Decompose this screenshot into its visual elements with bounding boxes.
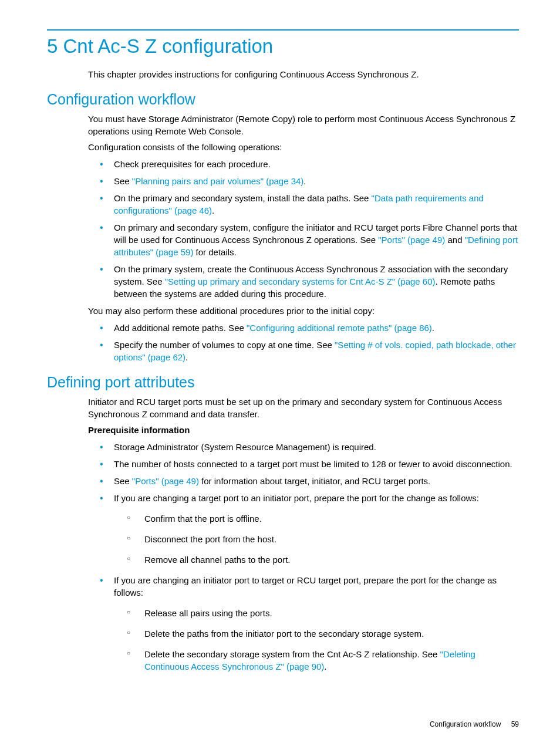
list-text: .: [432, 323, 434, 333]
sublist-item: Delete the secondary storage system from…: [127, 648, 519, 673]
list-text: The number of hosts connected to a targe…: [114, 459, 512, 469]
list-text: .: [185, 352, 188, 362]
link-additional-remote-paths[interactable]: "Configuring additional remote paths" (p…: [247, 323, 432, 333]
list-item: If you are changing a target port to an …: [100, 492, 519, 566]
list-item: On the primary and secondary system, ins…: [100, 192, 519, 217]
bullet-list: Check prerequisites for each procedure. …: [88, 158, 519, 300]
intro-block: This chapter provides instructions for c…: [88, 68, 519, 80]
footer-section-title: Configuration workflow: [430, 720, 501, 728]
list-text: and: [445, 235, 464, 245]
list-text: See: [114, 476, 132, 486]
paragraph: Configuration consists of the following …: [88, 141, 519, 153]
list-text: Delete the secondary storage system from…: [144, 649, 440, 659]
document-page: 5 Cnt Ac-S Z configuration This chapter …: [0, 0, 560, 746]
list-text: Specify the number of volumes to copy at…: [114, 340, 335, 350]
list-text: .: [324, 661, 326, 671]
link-setting-up-systems[interactable]: "Setting up primary and secondary system…: [165, 276, 436, 286]
list-item: The number of hosts connected to a targe…: [100, 458, 519, 470]
list-text: .: [212, 205, 214, 215]
list-item: Check prerequisites for each procedure.: [100, 158, 519, 170]
sublist-item: Confirm that the port is offline.: [127, 512, 519, 525]
header-rule: [47, 29, 519, 31]
list-text: Release all pairs using the ports.: [144, 608, 272, 618]
section2-body: Initiator and RCU target ports must be s…: [88, 396, 519, 673]
list-text: On the primary and secondary system, ins…: [114, 193, 372, 203]
page-number: 59: [511, 720, 519, 728]
link-ports-49[interactable]: "Ports" (page 49): [132, 476, 199, 486]
section-heading-port-attrs: Defining port attributes: [47, 374, 519, 391]
list-text: Delete the paths from the initiator port…: [144, 629, 424, 639]
list-item: If you are changing an initiator port to…: [100, 574, 519, 673]
list-text: .: [303, 176, 306, 186]
list-item: Add additional remote paths. See "Config…: [100, 322, 519, 334]
paragraph: You must have Storage Administrator (Rem…: [88, 113, 519, 137]
sublist: Release all pairs using the ports. Delet…: [114, 607, 519, 673]
list-text: See: [114, 176, 132, 186]
bullet-list: Storage Administrator (System Resource M…: [88, 441, 519, 673]
sublist-item: Delete the paths from the initiator port…: [127, 627, 519, 640]
list-text: If you are changing an initiator port to…: [114, 575, 497, 598]
list-text: Disconnect the port from the host.: [144, 534, 276, 544]
link-planning-pairs[interactable]: "Planning pairs and pair volumes" (page …: [132, 176, 304, 186]
section1-body: You must have Storage Administrator (Rem…: [88, 113, 519, 363]
list-item: See "Ports" (page 49) for information ab…: [100, 475, 519, 487]
sublist-item: Disconnect the port from the host.: [127, 533, 519, 545]
paragraph: Initiator and RCU target ports must be s…: [88, 396, 519, 420]
list-item: Specify the number of volumes to copy at…: [100, 339, 519, 363]
list-text: If you are changing a target port to an …: [114, 493, 479, 503]
list-item: Storage Administrator (System Resource M…: [100, 441, 519, 453]
list-text: Confirm that the port is offline.: [144, 514, 262, 524]
sublist: Confirm that the port is offline. Discon…: [114, 512, 519, 566]
intro-text: This chapter provides instructions for c…: [88, 68, 519, 80]
paragraph: You may also perform these additional pr…: [88, 305, 519, 317]
link-ports[interactable]: "Ports" (page 49): [378, 235, 445, 245]
list-item: On primary and secondary system, configu…: [100, 221, 519, 258]
section-heading-workflow: Configuration workflow: [47, 91, 519, 108]
chapter-title: 5 Cnt Ac-S Z configuration: [47, 35, 519, 58]
list-text: Add additional remote paths. See: [114, 323, 247, 333]
sublist-item: Remove all channel paths to the port.: [127, 553, 519, 566]
bullet-list: Add additional remote paths. See "Config…: [88, 322, 519, 363]
page-footer: Configuration workflow 59: [430, 720, 519, 728]
subheading-prereq: Prerequisite information: [88, 424, 519, 436]
sublist-item: Release all pairs using the ports.: [127, 607, 519, 619]
list-text: for information about target, initiator,…: [199, 476, 430, 486]
list-item: See "Planning pairs and pair volumes" (p…: [100, 175, 519, 187]
list-text: Remove all channel paths to the port.: [144, 555, 290, 565]
list-text: Check prerequisites for each procedure.: [114, 159, 271, 169]
list-item: On the primary system, create the Contin…: [100, 263, 519, 300]
list-text: for details.: [193, 247, 236, 257]
list-text: Storage Administrator (System Resource M…: [114, 442, 376, 452]
